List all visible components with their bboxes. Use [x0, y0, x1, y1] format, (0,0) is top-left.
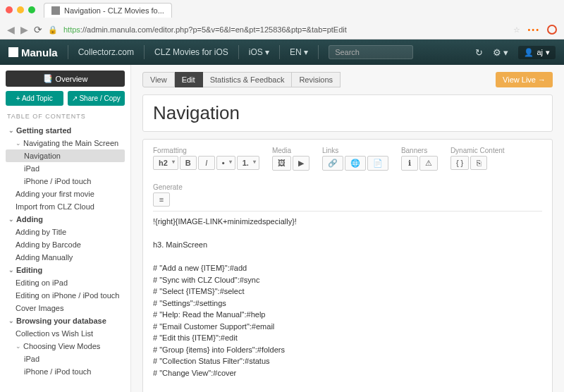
tree-item-label: Collection vs Wish List — [16, 329, 93, 338]
url-bar: ◀ ▶ ⟳ 🔒 https://admin.manula.com/editor.… — [0, 20, 564, 39]
add-topic-button[interactable]: + Add Topic — [6, 91, 63, 106]
tab-revisions[interactable]: Revisions — [292, 72, 341, 87]
tab-edit[interactable]: Edit — [175, 72, 203, 87]
tree-item-label: Navigating the Main Screen — [23, 139, 118, 147]
chevron-down-icon: ⌄ — [8, 127, 14, 134]
chevron-down-icon: ⌄ — [8, 216, 14, 223]
maximize-button[interactable] — [28, 6, 35, 13]
file-button[interactable]: 📄 — [367, 156, 388, 171]
tree-item[interactable]: iPad — [6, 353, 125, 365]
refresh-icon[interactable]: ↻ — [475, 47, 483, 58]
book-icon — [8, 47, 18, 57]
tree-item[interactable]: Cover Images — [6, 302, 125, 314]
browser-chrome: Navigation - CLZ Movies fo... ◀ ▶ ⟳ 🔒 ht… — [0, 0, 564, 39]
sidebar: 📑 Overview + Add Topic ↗ Share / Copy TA… — [0, 65, 131, 392]
tree-item[interactable]: ⌄Choosing View Modes — [6, 340, 125, 353]
tab-title: Navigation - CLZ Movies fo... — [64, 6, 164, 15]
bold-button[interactable]: B — [180, 156, 197, 170]
link-button[interactable]: 🔗 — [322, 156, 343, 171]
overview-button[interactable]: 📑 Overview — [6, 71, 125, 87]
tree-item[interactable]: iPad — [6, 162, 125, 175]
tree-item[interactable]: Import from CLZ Cloud — [6, 200, 125, 213]
tree-item[interactable]: ⌄Editing — [6, 264, 125, 276]
tree-item[interactable]: ⌄Navigating the Main Screen — [6, 137, 125, 149]
editor-textarea[interactable]: !{right}{IMAGE-LINK+minimizedspecially}!… — [153, 216, 542, 392]
browser-tab[interactable]: Navigation - CLZ Movies fo... — [44, 3, 172, 18]
tab-bar: Navigation - CLZ Movies fo... — [0, 0, 564, 20]
italic-button[interactable]: I — [198, 156, 215, 170]
product-link[interactable]: CLZ Movies for iOS — [154, 47, 228, 57]
heading-select[interactable]: h2 — [153, 156, 178, 170]
globe-button[interactable]: 🌐 — [345, 156, 366, 171]
title-panel: Navigation — [142, 94, 553, 132]
forward-button[interactable]: ▶ — [20, 24, 28, 35]
toc-label: TABLE OF CONTENTS — [7, 113, 123, 120]
search-input[interactable]: Search — [329, 45, 413, 59]
tree-item-label: iPad — [24, 355, 39, 363]
back-button[interactable]: ◀ — [7, 24, 15, 35]
reload-button[interactable]: ⟳ — [34, 24, 42, 35]
logo[interactable]: Manula — [8, 47, 58, 59]
favicon — [51, 6, 60, 15]
share-copy-button[interactable]: ↗ Share / Copy — [68, 91, 125, 106]
opera-icon[interactable] — [547, 25, 557, 35]
tree-item[interactable]: Adding your first movie — [6, 188, 125, 200]
tree-item[interactable]: ⌄Getting started — [6, 124, 125, 137]
video-button[interactable]: ▶ — [293, 156, 309, 171]
tree-item[interactable]: Adding Manually — [6, 251, 125, 264]
tree-item[interactable]: iPhone / iPod touch — [6, 175, 125, 188]
minimize-button[interactable] — [17, 6, 24, 13]
tree-item[interactable]: Editing on iPad — [6, 276, 125, 289]
tree-item[interactable]: Editing on iPhone / iPod touch — [6, 289, 125, 302]
snippet-button[interactable]: ⎘ — [470, 156, 487, 170]
tree-item[interactable]: Collection vs Wish List — [6, 327, 125, 340]
tree-item-label: Editing — [16, 266, 42, 274]
tree-item[interactable]: ⌄Adding — [6, 213, 125, 226]
tree-item-label: Choosing View Modes — [23, 342, 100, 350]
topic-tree: ⌄Getting started⌄Navigating the Main Scr… — [6, 124, 125, 378]
platform-select[interactable]: iOS ▾ — [249, 47, 269, 57]
close-button[interactable] — [6, 6, 13, 13]
tree-item-label: Adding Manually — [16, 253, 73, 262]
main-content: View Edit Statistics & Feedback Revision… — [131, 65, 564, 392]
page-title[interactable]: Navigation — [153, 102, 542, 124]
url-field[interactable]: https://admin.manula.com/editor.php?p=5&… — [63, 25, 508, 34]
warning-banner-button[interactable]: ⚠ — [419, 156, 438, 171]
gear-icon[interactable]: ⚙ ▾ — [493, 47, 509, 58]
code-button[interactable]: { } — [450, 156, 469, 170]
account-link[interactable]: Collectorz.com — [78, 47, 134, 57]
tree-item[interactable]: iPhone / iPod touch — [6, 365, 125, 378]
tree-item-label: iPhone / iPod touch — [24, 177, 91, 185]
tab-view[interactable]: View — [142, 72, 175, 87]
chevron-down-icon: ⌄ — [16, 140, 21, 147]
tree-item[interactable]: Adding by Barcode — [6, 238, 125, 251]
menu-icon[interactable]: ••• — [527, 25, 540, 34]
lang-select[interactable]: EN ▾ — [290, 47, 308, 57]
tree-item-label: iPad — [24, 164, 39, 173]
tree-item-label: Editing on iPad — [16, 278, 68, 287]
tree-item[interactable]: Adding by Title — [6, 226, 125, 238]
chevron-down-icon: ⌄ — [8, 317, 14, 324]
chevron-down-icon: ⌄ — [8, 267, 14, 274]
tree-item-label: Adding your first movie — [16, 190, 94, 198]
app-header: Manula Collectorz.com CLZ Movies for iOS… — [0, 39, 564, 65]
tree-item-label: Import from CLZ Cloud — [16, 202, 94, 211]
tree-item[interactable]: Navigation — [6, 149, 125, 162]
editor-toolbar: Formatting h2 B I • 1. Media 🖼 ▶ — [153, 147, 542, 212]
generate-button[interactable]: ≡ — [153, 192, 170, 207]
user-menu[interactable]: 👤 aj ▾ — [518, 46, 556, 59]
tree-item-label: Browsing your database — [16, 317, 106, 325]
numbered-select[interactable]: 1. — [237, 156, 259, 170]
tree-item-label: iPhone / iPod touch — [24, 367, 91, 376]
bookmark-icon[interactable]: ☆ — [513, 25, 520, 35]
tree-item-label: Adding by Barcode — [16, 240, 81, 249]
tab-stats[interactable]: Statistics & Feedback — [203, 72, 293, 87]
image-button[interactable]: 🖼 — [272, 156, 291, 171]
tree-item-label: Navigation — [24, 152, 61, 160]
tree-item-label: Adding by Title — [16, 228, 66, 236]
view-live-button[interactable]: View Live → — [496, 72, 553, 87]
tree-item[interactable]: ⌄Browsing your database — [6, 314, 125, 327]
tree-item-label: Editing on iPhone / iPod touch — [16, 291, 119, 300]
bullet-select[interactable]: • — [216, 156, 235, 170]
info-banner-button[interactable]: ℹ — [401, 156, 418, 171]
